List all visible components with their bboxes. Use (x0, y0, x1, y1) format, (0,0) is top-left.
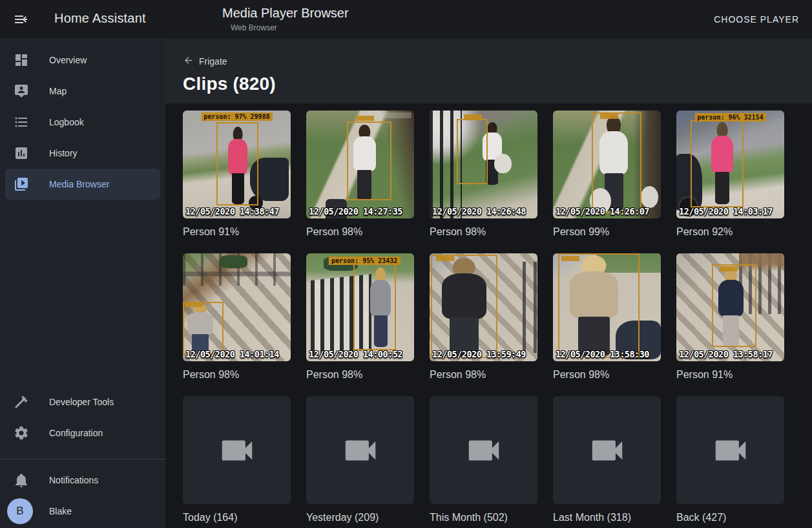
folder-label: Last Month (318) (553, 512, 661, 525)
sidebar-item-history[interactable]: History (5, 138, 160, 169)
clip-thumbnail[interactable]: 12/05/2020 14:01:14 (183, 253, 291, 361)
gear-icon (14, 425, 29, 441)
clip-thumbnail[interactable]: 12/05/2020 13:58:30 (553, 253, 661, 361)
folder-label: Back (427) (676, 512, 784, 525)
sidebar-footer-nav: Developer Tools Configuration (0, 386, 165, 449)
breadcrumb-back-link[interactable]: Frigate (183, 55, 227, 68)
sidebar-item-label: Developer Tools (49, 397, 114, 407)
sidebar-user-profile[interactable]: B Blake (5, 496, 160, 527)
sidebar-item-overview[interactable]: Overview (5, 45, 160, 76)
clip-item[interactable]: 12/05/2020 13:59:49 Person 98% (430, 253, 537, 382)
clip-label: Person 98% (553, 369, 661, 382)
sidebar-item-map[interactable]: Map (5, 76, 160, 107)
clip-timestamp-overlay: 12/05/2020 13:59:49 (432, 349, 526, 359)
folder-item[interactable]: Today (164) (183, 396, 291, 525)
folder-item[interactable]: Back (427) (676, 396, 784, 525)
clip-item[interactable]: 12/05/2020 13:58:30 Person 98% (553, 253, 661, 382)
folder-thumbnail[interactable] (553, 396, 661, 504)
clip-item[interactable]: person: 96% 32154 12/05/2020 14:03:17 Pe… (676, 111, 784, 239)
arrow-left-icon (183, 55, 194, 68)
sidebar-item-configuration[interactable]: Configuration (5, 417, 160, 449)
clip-item[interactable]: 12/05/2020 14:26:48 Person 98% (430, 111, 537, 239)
clip-label: Person 98% (306, 226, 414, 239)
clip-thumbnail[interactable]: person: 96% 32154 12/05/2020 14:03:17 (676, 111, 784, 218)
clip-label: Person 91% (676, 369, 784, 382)
menu-open-button[interactable] (13, 12, 28, 27)
detection-bounding-box (183, 302, 224, 355)
video-camera-icon (587, 430, 627, 470)
detection-label-chip: person: 96% 32154 (694, 113, 765, 121)
clips-title: Clips (820) (183, 74, 812, 94)
sidebar-item-label: Logbook (49, 117, 84, 127)
clip-item[interactable]: 12/05/2020 14:01:14 Person 98% (183, 253, 291, 382)
detection-bounding-box (712, 264, 756, 348)
bell-icon (14, 472, 29, 488)
map-account-icon (14, 83, 29, 99)
clip-timestamp-overlay: 12/05/2020 14:27:35 (309, 206, 402, 216)
detection-label-chip (600, 114, 618, 119)
clip-label: Person 91% (183, 226, 291, 239)
sidebar-item-logbook[interactable]: Logbook (5, 107, 160, 138)
app-title: Home Assistant (54, 11, 146, 26)
sidebar-item-developer-tools[interactable]: Developer Tools (5, 386, 160, 417)
detection-bounding-box (353, 263, 395, 350)
folder-thumbnail[interactable] (306, 396, 414, 504)
clip-timestamp-overlay: 12/05/2020 14:26:07 (556, 206, 649, 216)
detection-label-chip (436, 256, 454, 261)
clip-label: Person 98% (183, 369, 291, 382)
history-chart-icon (14, 145, 29, 161)
clip-label: Person 98% (430, 369, 537, 382)
folder-thumbnail[interactable] (430, 396, 537, 504)
clip-timestamp-overlay: 12/05/2020 14:00:52 (309, 349, 402, 359)
play-box-multiple-icon (14, 176, 29, 192)
top-app-bar: Home Assistant Media Player Browser Web … (0, 0, 812, 39)
detection-bounding-box (592, 112, 641, 213)
detection-bounding-box (457, 119, 488, 184)
video-camera-icon (340, 430, 380, 470)
clip-thumbnail[interactable]: 12/05/2020 13:59:49 (430, 253, 537, 361)
folder-item[interactable]: Last Month (318) (553, 396, 661, 525)
clip-item[interactable]: 12/05/2020 13:58:17 Person 91% (676, 253, 784, 382)
page-title: Media Player Browser (222, 6, 349, 21)
main-content: Frigate Clips (820) person: 97% 29988 12… (165, 39, 812, 528)
folder-thumbnail[interactable] (676, 396, 784, 504)
clip-label: Person 98% (306, 369, 414, 382)
clip-item[interactable]: 12/05/2020 14:26:07 Person 99% (553, 111, 661, 239)
sidebar-item-label: Overview (49, 55, 87, 65)
clip-thumbnail[interactable]: 12/05/2020 14:26:07 (553, 111, 661, 218)
folder-thumbnail[interactable] (183, 396, 291, 504)
folder-item[interactable]: Yesterday (209) (306, 396, 414, 525)
detection-bounding-box (347, 121, 391, 200)
detection-bounding-box (216, 122, 258, 206)
sidebar: Overview Map Logbook History Media Brows… (0, 39, 165, 528)
clip-timestamp-overlay: 12/05/2020 13:58:30 (556, 349, 649, 359)
clip-thumbnail[interactable]: person: 95% 23432 12/05/2020 14:00:52 (306, 253, 414, 361)
clip-label: Person 99% (553, 226, 661, 239)
folder-label: Today (164) (183, 512, 291, 525)
clip-thumbnail[interactable]: 12/05/2020 14:26:48 (430, 111, 537, 218)
clip-thumbnail[interactable]: 12/05/2020 13:58:17 (676, 253, 784, 361)
detection-bounding-box (691, 120, 744, 207)
clip-item[interactable]: 12/05/2020 14:27:35 Person 98% (306, 111, 414, 239)
logbook-list-icon (14, 114, 29, 130)
clip-thumbnail[interactable]: 12/05/2020 14:27:35 (306, 111, 414, 218)
user-name: Blake (49, 506, 72, 516)
sidebar-item-label: Media Browser (49, 179, 109, 189)
clip-timestamp-overlay: 12/05/2020 13:58:17 (679, 349, 773, 359)
clip-item[interactable]: person: 97% 29988 12/05/2020 14:38:47 Pe… (183, 111, 291, 239)
clip-item[interactable]: person: 95% 23432 12/05/2020 14:00:52 Pe… (306, 253, 414, 382)
detection-label-chip (356, 116, 374, 121)
folder-item[interactable]: This Month (502) (430, 396, 537, 525)
clip-thumbnail[interactable]: person: 97% 29988 12/05/2020 14:38:47 (183, 111, 291, 218)
sidebar-item-label: History (49, 148, 78, 158)
choose-player-button[interactable]: CHOOSE PLAYER (714, 0, 799, 39)
view-dashboard-icon (14, 52, 29, 68)
detection-bounding-box (431, 255, 498, 358)
clip-timestamp-overlay: 12/05/2020 14:26:48 (432, 206, 526, 216)
detection-bounding-box (558, 253, 639, 358)
detection-label-chip (464, 114, 482, 120)
sidebar-divider (0, 459, 165, 459)
sidebar-item-media-browser[interactable]: Media Browser (5, 169, 160, 200)
page-title-block: Media Player Browser Web Browser (222, 6, 349, 32)
sidebar-item-notifications[interactable]: Notifications (5, 465, 160, 496)
